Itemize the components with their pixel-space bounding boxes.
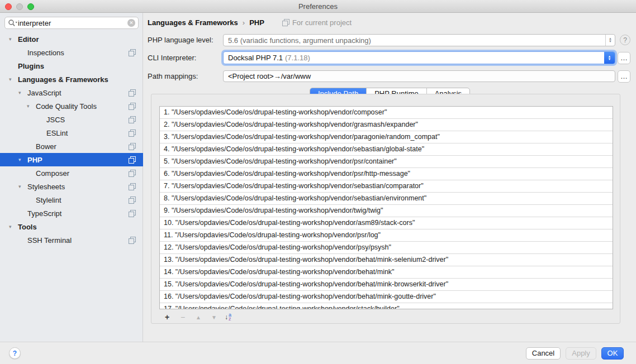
move-down-button[interactable]: ▼ — [209, 314, 219, 320]
include-path-row[interactable]: 17. "/Users/opdavies/Code/os/drupal-test… — [160, 303, 613, 309]
collapse-arrow-icon[interactable]: ▾ — [18, 184, 27, 189]
settings-search-field[interactable]: ✕ — [4, 17, 139, 29]
per-project-icon — [129, 183, 136, 190]
breadcrumb: Languages & Frameworks › PHP For current… — [148, 18, 352, 27]
collapse-arrow-icon[interactable]: ▾ — [18, 90, 27, 95]
sidebar-item-editor[interactable]: ▾ Editor — [0, 32, 143, 46]
sort-arrow-icon: ↓ — [225, 313, 228, 321]
include-path-row[interactable]: 2. "/Users/opdavies/Code/os/drupal-testi… — [160, 119, 613, 131]
sidebar-item-inspections[interactable]: ▾ Inspections — [0, 46, 143, 59]
include-path-row[interactable]: 4. "/Users/opdavies/Code/os/drupal-testi… — [160, 143, 613, 156]
preferences-window: Preferences ✕ ▾ Editor ▾ Inspections ▾ P… — [0, 0, 636, 364]
remove-path-button[interactable]: − — [178, 313, 188, 322]
window-title: Preferences — [0, 2, 636, 11]
per-project-icon — [129, 210, 136, 217]
per-project-icon — [129, 49, 136, 56]
sidebar-item-ssh-terminal[interactable]: ▾ SSH Terminal — [0, 233, 143, 247]
language-level-label: PHP language level: — [148, 36, 213, 44]
sidebar-item-jscs[interactable]: ▾ JSCS — [0, 113, 143, 126]
include-path-panel: 1. "/Users/opdavies/Code/os/drupal-testi… — [151, 94, 620, 324]
per-project-icon — [129, 156, 136, 164]
include-path-list[interactable]: 1. "/Users/opdavies/Code/os/drupal-testi… — [159, 106, 613, 309]
sidebar-item-typescript[interactable]: ▾ TypeScript — [0, 207, 143, 220]
include-path-row[interactable]: 14. "/Users/opdavies/Code/os/drupal-test… — [160, 266, 613, 279]
include-path-row[interactable]: 13. "/Users/opdavies/Code/os/drupal-test… — [160, 254, 613, 266]
settings-content: Languages & Frameworks › PHP For current… — [144, 13, 636, 342]
include-path-row[interactable]: 15. "/Users/opdavies/Code/os/drupal-test… — [160, 279, 613, 291]
chevron-up-down-icon[interactable]: ▲ ▼ — [605, 35, 615, 46]
cli-interpreter-version: (7.1.18) — [285, 54, 310, 62]
help-button[interactable]: ? — [9, 347, 21, 359]
path-mappings-label: Path mappings: — [148, 72, 198, 80]
search-icon — [8, 19, 18, 27]
sidebar-item-code-quality-tools[interactable]: ▾ Code Quality Tools — [0, 99, 143, 113]
cancel-button[interactable]: Cancel — [526, 347, 561, 360]
sort-alphabetically-button[interactable]: ↓ a z — [225, 313, 231, 321]
sidebar-item-php[interactable]: ▾ PHP — [0, 153, 143, 166]
per-project-icon — [129, 237, 136, 244]
breadcrumb-current: PHP — [249, 18, 264, 27]
list-toolbar: + − ▲ ▼ ↓ a z — [159, 310, 613, 324]
title-bar: Preferences — [0, 0, 636, 13]
per-project-icon — [129, 143, 136, 150]
include-path-row[interactable]: 6. "/Users/opdavies/Code/os/drupal-testi… — [160, 168, 613, 180]
scope-label-text: For current project — [292, 18, 352, 27]
path-mappings-value: <Project root>→/var/www — [228, 72, 311, 80]
language-level-select[interactable]: 5.6 (variadic functions, argument unpack… — [223, 34, 615, 46]
per-project-icon — [129, 116, 136, 123]
breadcrumb-parent[interactable]: Languages & Frameworks — [148, 18, 238, 27]
include-path-row[interactable]: 12. "/Users/opdavies/Code/os/drupal-test… — [160, 242, 613, 254]
include-path-row[interactable]: 8. "/Users/opdavies/Code/os/drupal-testi… — [160, 193, 613, 205]
chevron-up-down-icon[interactable]: ▲ ▼ — [604, 52, 615, 64]
settings-tree: ▾ Editor ▾ Inspections ▾ Plugins ▾ Langu… — [0, 32, 143, 247]
sidebar-item-composer[interactable]: ▾ Composer — [0, 166, 143, 180]
language-level-help-icon[interactable]: ? — [620, 35, 630, 45]
per-project-icon — [129, 197, 136, 204]
include-path-row[interactable]: 10. "/Users/opdavies/Code/os/drupal-test… — [160, 217, 613, 229]
include-path-row[interactable]: 9. "/Users/opdavies/Code/os/drupal-testi… — [160, 205, 613, 217]
collapse-arrow-icon[interactable]: ▾ — [9, 224, 18, 229]
include-path-row[interactable]: 3. "/Users/opdavies/Code/os/drupal-testi… — [160, 131, 613, 143]
sidebar-item-stylelint[interactable]: ▾ Stylelint — [0, 193, 143, 207]
collapse-arrow-icon[interactable]: ▾ — [9, 36, 18, 42]
dialog-footer: ? Cancel Apply OK — [0, 342, 636, 364]
per-project-icon — [129, 103, 136, 110]
sidebar-item-tools[interactable]: ▾ Tools — [0, 220, 143, 233]
breadcrumb-separator-icon: › — [243, 18, 245, 27]
cli-interpreter-select[interactable]: Docksal PHP 7.1 (7.1.18) ▲ ▼ — [223, 51, 615, 64]
cli-interpreter-label: CLI Interpreter: — [148, 54, 196, 62]
sidebar-item-javascript[interactable]: ▾ JavaScript — [0, 86, 143, 99]
sidebar-item-stylesheets[interactable]: ▾ Stylesheets — [0, 180, 143, 193]
collapse-arrow-icon[interactable]: ▾ — [9, 76, 18, 82]
apply-button[interactable]: Apply — [566, 347, 596, 360]
include-path-row[interactable]: 11. "/Users/opdavies/Code/os/drupal-test… — [160, 229, 613, 242]
collapse-arrow-icon[interactable]: ▾ — [18, 157, 27, 162]
sidebar-item-eslint[interactable]: ▾ ESLint — [0, 126, 143, 140]
path-mappings-field[interactable]: <Project root>→/var/www — [223, 70, 615, 82]
cli-interpreter-value: Docksal PHP 7.1 — [228, 54, 283, 62]
language-level-value: 5.6 (variadic functions, argument unpack… — [228, 36, 371, 45]
collapse-arrow-icon[interactable]: ▾ — [27, 103, 36, 109]
include-path-row[interactable]: 7. "/Users/opdavies/Code/os/drupal-testi… — [160, 180, 613, 193]
ok-button[interactable]: OK — [601, 347, 624, 360]
include-path-row[interactable]: 5. "/Users/opdavies/Code/os/drupal-testi… — [160, 156, 613, 168]
clear-search-icon[interactable]: ✕ — [127, 19, 135, 27]
sidebar-item-bower[interactable]: ▾ Bower — [0, 140, 143, 153]
move-up-button[interactable]: ▲ — [193, 314, 203, 320]
sidebar-item-languages-frameworks[interactable]: ▾ Languages & Frameworks — [0, 73, 143, 86]
settings-sidebar: ✕ ▾ Editor ▾ Inspections ▾ Plugins ▾ Lan… — [0, 13, 143, 342]
cli-interpreter-browse-button[interactable]: … — [618, 52, 630, 64]
per-project-icon — [129, 130, 136, 137]
per-project-icon — [129, 89, 136, 97]
per-project-icon — [282, 19, 289, 26]
search-input[interactable] — [18, 19, 127, 27]
sidebar-item-plugins[interactable]: ▾ Plugins — [0, 59, 143, 73]
path-mappings-browse-button[interactable]: … — [618, 70, 630, 83]
add-path-button[interactable]: + — [162, 313, 172, 322]
include-path-row[interactable]: 1. "/Users/opdavies/Code/os/drupal-testi… — [160, 107, 613, 119]
include-path-row[interactable]: 16. "/Users/opdavies/Code/os/drupal-test… — [160, 291, 613, 303]
per-project-icon — [129, 170, 136, 177]
scope-label: For current project — [282, 18, 352, 27]
